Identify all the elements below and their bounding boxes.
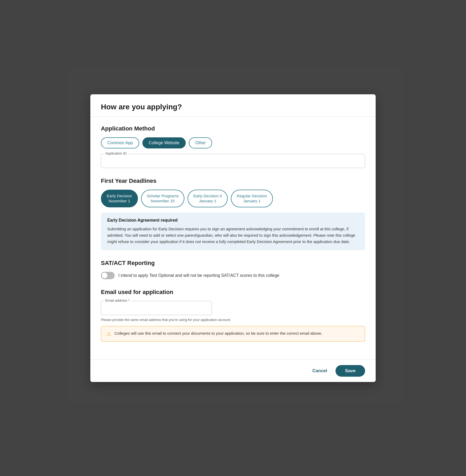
- email-input[interactable]: [105, 305, 207, 312]
- modal-footer: Cancel Save: [90, 360, 376, 382]
- application-id-wrapper: Application ID: [101, 154, 365, 168]
- warning-text: Colleges will use this email to connect …: [114, 330, 322, 337]
- email-warning-box: ⚠ Colleges will use this email to connec…: [101, 326, 365, 342]
- sat-act-title: SAT/ACT Reporting: [101, 260, 365, 267]
- method-btn-college-website[interactable]: College Website: [142, 137, 186, 148]
- save-button[interactable]: Save: [335, 365, 365, 377]
- modal-body: Application Method Common App College We…: [90, 117, 376, 360]
- email-section-title: Email used for application: [101, 289, 365, 296]
- sat-act-section: SAT/ACT Reporting I intend to apply Test…: [101, 260, 365, 279]
- email-input-label: Email address *: [104, 298, 131, 302]
- deadline-tab-ed-jan[interactable]: Early Decision IIJanuary 1: [188, 190, 228, 207]
- application-id-label: Application ID: [104, 151, 128, 155]
- warning-icon: ⚠: [106, 331, 111, 337]
- test-optional-label: I intend to apply Test Optional and will…: [118, 273, 279, 278]
- application-method-section: Application Method Common App College We…: [101, 125, 365, 168]
- email-section: Email used for application Email address…: [101, 289, 365, 342]
- deadline-tab-ed-nov[interactable]: Early DecisionNovember 1: [101, 190, 138, 207]
- application-method-buttons: Common App College Website Other: [101, 137, 365, 148]
- modal-overlay: How are you applying? Application Method…: [0, 0, 466, 476]
- method-btn-common-app[interactable]: Common App: [101, 137, 139, 148]
- deadline-tab-scholar-nov[interactable]: Scholar ProgramsNovember 15: [141, 190, 184, 207]
- email-input-wrapper: Email address *: [101, 301, 212, 315]
- cancel-button[interactable]: Cancel: [308, 366, 332, 376]
- test-optional-toggle[interactable]: [101, 272, 115, 279]
- modal-dialog: How are you applying? Application Method…: [90, 94, 376, 382]
- deadline-tabs: Early DecisionNovember 1 Scholar Program…: [101, 190, 365, 207]
- first-year-deadlines-section: First Year Deadlines Early DecisionNovem…: [101, 178, 365, 250]
- email-hint: Please provide the same email address th…: [101, 318, 365, 322]
- early-decision-info-box: Early Decision Agreement required Submit…: [101, 213, 365, 250]
- toggle-slider: [101, 272, 115, 279]
- application-id-input[interactable]: [105, 158, 361, 165]
- first-year-deadlines-title: First Year Deadlines: [101, 178, 365, 184]
- test-optional-row: I intend to apply Test Optional and will…: [101, 272, 365, 279]
- modal-title: How are you applying?: [101, 103, 365, 111]
- info-box-title: Early Decision Agreement required: [107, 218, 359, 223]
- application-method-title: Application Method: [101, 125, 365, 132]
- info-box-text: Submitting an application for Early Deci…: [107, 226, 359, 245]
- modal-header: How are you applying?: [90, 94, 376, 117]
- deadline-tab-rd-jan[interactable]: Regular DecisionJanuary 1: [231, 190, 273, 207]
- method-btn-other[interactable]: Other: [189, 137, 212, 148]
